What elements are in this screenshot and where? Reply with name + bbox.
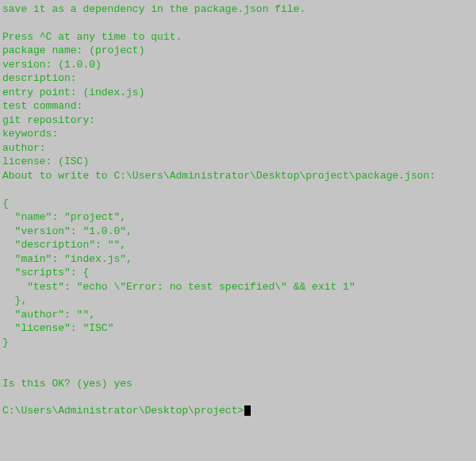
- terminal-output[interactable]: save it as a dependency in the package.j…: [2, 2, 476, 418]
- terminal-line: author:: [2, 141, 476, 156]
- terminal-line: About to write to C:\Users\Administrator…: [2, 169, 476, 183]
- terminal-line: "description": "",: [2, 238, 476, 252]
- terminal-line: test command:: [2, 99, 476, 113]
- terminal-line: "license": "ISC": [2, 321, 476, 336]
- terminal-line: "scripts": {: [2, 266, 476, 280]
- terminal-line: [2, 183, 476, 197]
- terminal-line: "test": "echo \"Error: no test specified…: [2, 280, 476, 294]
- terminal-line: "author": "",: [2, 308, 476, 322]
- terminal-line: entry point: (index.js): [2, 86, 476, 100]
- terminal-line: },: [2, 294, 476, 308]
- terminal-line: save it as a dependency in the package.j…: [2, 2, 476, 17]
- terminal-line: license: (ISC): [2, 155, 476, 169]
- terminal-line: git repository:: [2, 113, 476, 128]
- terminal-line: [2, 390, 476, 404]
- terminal-line: [2, 17, 476, 30]
- terminal-line: [2, 363, 476, 377]
- terminal-line: [2, 350, 476, 363]
- terminal-prompt: C:\Users\Administrator\Desktop\project>: [2, 404, 244, 418]
- terminal-line: description:: [2, 71, 476, 86]
- terminal-line: version: (1.0.0): [2, 58, 476, 72]
- terminal-line: "main": "index.js",: [2, 252, 476, 267]
- terminal-line: }: [2, 336, 476, 350]
- terminal-line: {: [2, 197, 476, 211]
- terminal-line: "version": "1.0.0",: [2, 225, 476, 239]
- cursor-icon: [244, 405, 251, 416]
- terminal-line: keywords:: [2, 127, 476, 141]
- terminal-line: package name: (project): [2, 44, 476, 58]
- terminal-prompt-line[interactable]: C:\Users\Administrator\Desktop\project>: [2, 404, 476, 418]
- terminal-line: "name": "project",: [2, 210, 476, 225]
- terminal-line: Is this OK? (yes) yes: [2, 377, 476, 391]
- terminal-line: Press ^C at any time to quit.: [2, 30, 476, 44]
